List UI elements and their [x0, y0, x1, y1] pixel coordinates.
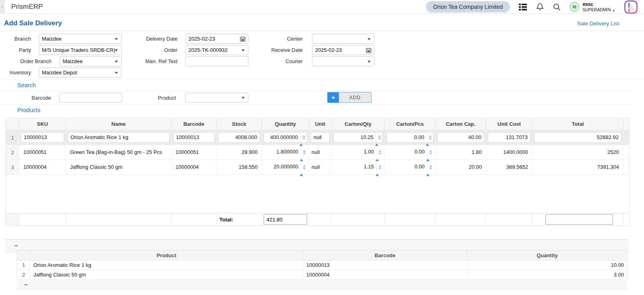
product-cell[interactable]: Orion Aromatic Rice 1 kg — [30, 260, 303, 270]
sku-cell[interactable]: 10000051 — [19, 145, 66, 160]
add-product-button[interactable]: + ADD — [327, 92, 372, 103]
party-select[interactable]: M/S Unique Traders SRDB-CR( — [39, 45, 122, 55]
sku-cell[interactable]: 10000004 — [19, 160, 66, 174]
courier-select[interactable] — [312, 56, 374, 66]
unit-cell[interactable]: null — [309, 160, 331, 174]
barcode-cell[interactable]: 10000013 — [303, 260, 467, 270]
product-search-select[interactable] — [185, 93, 248, 102]
chevron-down-icon — [115, 61, 118, 63]
party-label: Party — [0, 47, 31, 53]
total-amount-input[interactable] — [545, 214, 613, 225]
table-row: 2 Jafflong Classic 50 gm 10000004 3.00 — [17, 270, 627, 280]
sku-input[interactable]: 10000013 — [21, 132, 64, 143]
carton-qty-stepper[interactable]: 10.25 — [333, 132, 383, 143]
chevron-down-icon: ⌄ — [612, 7, 615, 12]
delivery-date-label: Delivery Date — [125, 36, 178, 42]
quantity-stepper[interactable]: 1.800000 — [264, 147, 307, 158]
totals-row: Total: — [6, 213, 630, 226]
carton-qty-stepper[interactable]: 1.15 — [333, 162, 383, 172]
barcode-cell[interactable]: 10000051 — [171, 145, 216, 160]
quantity-stepper[interactable]: 20.000000 — [264, 162, 307, 172]
products-header-row: SKU Name Barcode Stock Quantity Unit Car… — [6, 118, 630, 130]
prism-logo-icon[interactable] — [624, 0, 638, 14]
carton-cap-input[interactable]: 40.00 — [437, 132, 484, 143]
carton-qty-stepper[interactable]: 1.00 — [333, 147, 383, 158]
sidebar-toggle[interactable]: › — [0, 0, 4, 14]
stepper-arrows-icon[interactable] — [303, 150, 306, 155]
stepper-arrows-icon[interactable] — [303, 165, 306, 170]
quantity-cell[interactable]: 10.00 — [467, 260, 627, 270]
inventory-select[interactable]: Maizdee Depot — [39, 68, 122, 78]
man-ref-text-input[interactable] — [185, 56, 248, 66]
stepper-arrows-icon[interactable] — [429, 165, 432, 170]
unit-input[interactable]: null — [311, 132, 330, 143]
stepper-arrows-icon[interactable] — [378, 165, 382, 170]
carton-cap-cell[interactable]: 1.80 — [436, 145, 486, 160]
branch-select[interactable]: Maizdee — [39, 34, 122, 44]
name-cell[interactable]: Green Tea (Bag-in-Bag) 50 gm - 25 Pcs — [66, 145, 171, 160]
stepper-arrows-icon[interactable] — [378, 135, 381, 140]
receive-date-input[interactable]: 2025-02-23 — [312, 45, 374, 55]
change-marker-icon — [426, 174, 429, 176]
barcode-cell-input[interactable]: 10000013 — [173, 132, 215, 143]
carton-cap-cell[interactable]: 20.00 — [436, 160, 486, 174]
collapse-button[interactable]: – — [14, 242, 18, 248]
total-quantity-input[interactable] — [264, 214, 307, 225]
chevron-down-icon — [367, 38, 371, 40]
stock-cell[interactable]: 158.550 — [217, 160, 262, 174]
name-cell[interactable]: Jafflong Classic 50 gm — [66, 160, 171, 174]
order-select[interactable]: 2025-TK-000932 — [185, 45, 248, 55]
barcode-cell[interactable]: 10000004 — [171, 160, 216, 174]
carton-pcs-stepper[interactable]: 0.00 — [386, 147, 433, 158]
page-title: Add Sale Delivery — [4, 19, 62, 27]
user-menu[interactable]: M mnc SUPERADMIN ⌄ — [570, 2, 615, 12]
calendar-icon[interactable] — [240, 36, 246, 42]
row-index: 1 — [6, 130, 19, 145]
barcode-cell[interactable]: 10000004 — [303, 270, 467, 280]
carton-pcs-stepper[interactable]: 0.00 — [386, 132, 433, 143]
product-label: Product — [125, 95, 176, 101]
company-selector-button[interactable]: Orion Tea Company Limited — [426, 1, 510, 12]
app-title: PrismERP — [11, 3, 43, 11]
add-sale-delivery-page: › PrismERP Orion Tea Company Limited M m… — [0, 0, 644, 295]
collapse-button[interactable]: – — [24, 281, 27, 287]
stepper-arrows-icon[interactable] — [429, 135, 432, 140]
stock-input[interactable]: 4008.000 — [218, 132, 260, 143]
stepper-arrows-icon[interactable] — [378, 150, 382, 155]
unit-cost-cell[interactable]: 369.5652 — [486, 160, 532, 174]
total-cell[interactable]: 2520 — [533, 145, 623, 160]
total-label: Total: — [217, 217, 233, 223]
stepper-arrows-icon[interactable] — [302, 135, 305, 140]
unit-cell[interactable]: null — [309, 145, 331, 160]
row-index: 1 — [17, 260, 30, 270]
quantity-stepper[interactable]: 400.000000 — [264, 132, 307, 143]
man-ref-text-label: Man. Ref Text — [125, 58, 178, 64]
quantity-cell[interactable]: 3.00 — [467, 270, 627, 280]
search-icon[interactable] — [553, 3, 561, 11]
calendar-icon[interactable] — [366, 47, 372, 53]
carton-pcs-stepper[interactable]: 0.00 — [386, 162, 433, 172]
delivery-date-input[interactable]: 2025-02-23 — [185, 34, 248, 44]
name-input[interactable]: Orion Aromatic Rice 1 kg — [68, 132, 169, 143]
col-barcode: Barcode — [171, 118, 217, 130]
stepper-arrows-icon[interactable] — [429, 150, 432, 155]
center-select[interactable] — [312, 34, 374, 44]
unit-cost-cell[interactable]: 1400.0000 — [486, 145, 532, 160]
stock-cell[interactable]: 28.900 — [217, 145, 262, 160]
branch-label: Branch — [0, 36, 31, 42]
bell-icon[interactable] — [536, 3, 544, 11]
order-branch-select[interactable]: Maizdee — [60, 56, 122, 66]
delivery-form: Branch Maizdee Party M/S Unique Traders … — [0, 31, 644, 80]
sale-delivery-list-link[interactable]: Sale Delivery List — [577, 20, 619, 27]
col-carton-cap: Carton Cap. — [436, 118, 486, 130]
unit-cost-input[interactable]: 131.7073 — [488, 132, 530, 143]
total-cell[interactable]: 7391.304 — [533, 160, 623, 174]
table-row: 1 Orion Aromatic Rice 1 kg 10000013 10.0… — [17, 260, 627, 270]
products-table: SKU Name Barcode Stock Quantity Unit Car… — [6, 118, 630, 226]
col-barcode: Barcode — [303, 250, 467, 260]
total-input[interactable]: 52682.92 — [534, 132, 621, 143]
product-cell[interactable]: Jafflong Classic 50 gm — [30, 270, 303, 280]
barcode-search-input[interactable] — [59, 93, 122, 102]
list-icon[interactable] — [519, 3, 527, 11]
col-carton-qty: Carton/Qty — [332, 118, 385, 130]
